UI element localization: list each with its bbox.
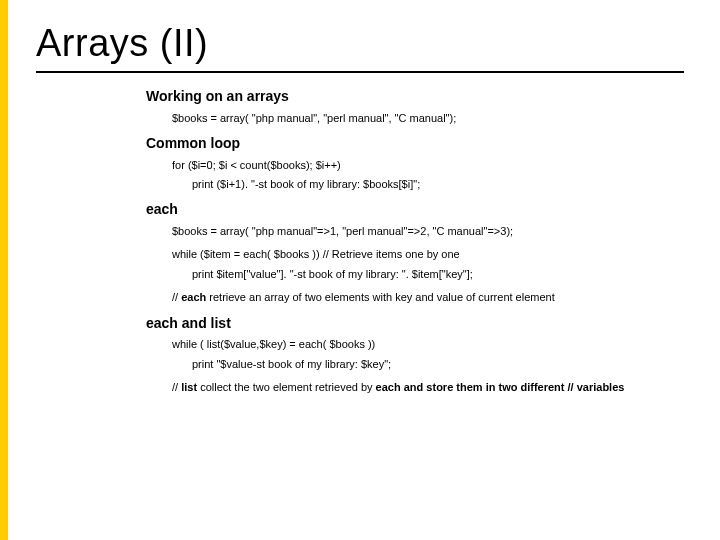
code-each-2: while ($item = each( $books )) // Retrie… xyxy=(172,247,684,262)
code-each-1: $books = array( "php manual"=>1, "perl m… xyxy=(172,224,684,239)
note-each-post: retrieve an array of two elements with k… xyxy=(206,291,555,303)
code-loop-1: for ($i=0; $i < count($books); $i++) xyxy=(172,158,684,173)
accent-bar xyxy=(0,0,8,540)
title-rule xyxy=(36,71,684,73)
code-working-1: $books = array( "php manual", "perl manu… xyxy=(172,111,684,126)
note-eachlist-bold1: list xyxy=(181,381,197,393)
code-eachlist-2: print "$value-st book of my library: $ke… xyxy=(192,357,684,372)
note-each-pre: // xyxy=(172,291,181,303)
note-eachlist-mid: collect the two element retrieved by xyxy=(197,381,376,393)
note-each-bold: each xyxy=(181,291,206,303)
code-each-3: print $item["value"]. "-st book of my li… xyxy=(192,267,684,282)
slide: Arrays (II) Working on an arrays $books … xyxy=(0,0,720,540)
code-eachlist-1: while ( list($value,$key) = each( $books… xyxy=(172,337,684,352)
heading-working: Working on an arrays xyxy=(146,87,684,107)
note-eachlist: // list collect the two element retrieve… xyxy=(172,380,684,395)
heading-loop: Common loop xyxy=(146,134,684,154)
heading-each: each xyxy=(146,200,684,220)
code-loop-2: print ($i+1). "-st book of my library: $… xyxy=(192,177,684,192)
note-eachlist-bold2: each and store them in two different // … xyxy=(376,381,625,393)
slide-title: Arrays (II) xyxy=(36,22,684,65)
heading-eachlist: each and list xyxy=(146,314,684,334)
note-eachlist-pre: // xyxy=(172,381,181,393)
slide-content: Working on an arrays $books = array( "ph… xyxy=(146,87,684,395)
note-each: // each retrieve an array of two element… xyxy=(172,290,684,305)
